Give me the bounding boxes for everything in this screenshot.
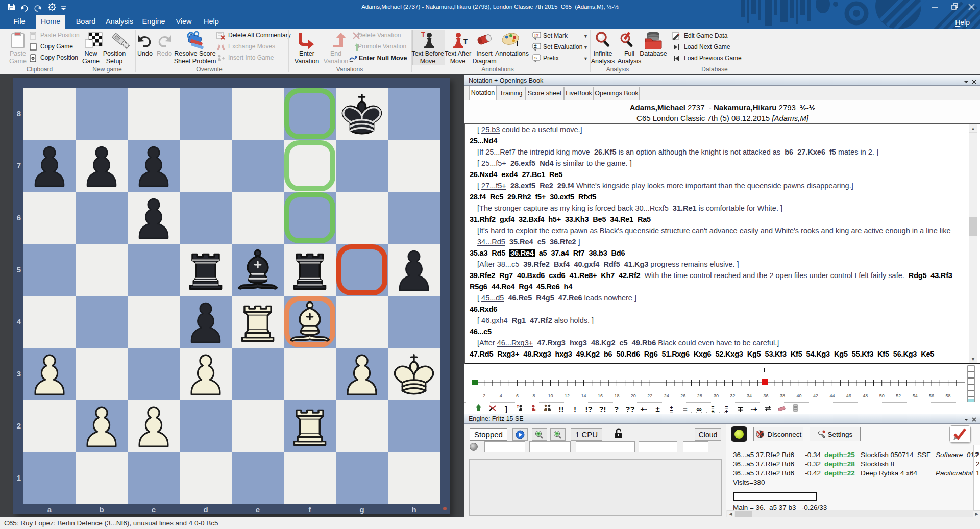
svg-text:46: 46 <box>846 393 851 398</box>
svg-text:!: ! <box>516 40 519 48</box>
svg-text:44: 44 <box>829 393 835 398</box>
svg-text:26: 26 <box>680 393 685 398</box>
svg-text:58: 58 <box>946 393 951 398</box>
svg-text:16: 16 <box>598 393 603 398</box>
svg-text:22: 22 <box>647 393 652 398</box>
svg-text:10: 10 <box>548 393 553 398</box>
svg-text:!?: !? <box>534 33 539 38</box>
svg-text:T: T <box>421 31 425 38</box>
svg-text:12: 12 <box>565 393 570 398</box>
svg-text:40: 40 <box>796 393 801 398</box>
svg-text:s: s <box>534 55 537 60</box>
svg-text:30: 30 <box>714 393 719 398</box>
svg-text:38: 38 <box>780 393 785 398</box>
svg-text:24: 24 <box>664 393 669 398</box>
svg-text:42: 42 <box>813 393 818 398</box>
svg-text:2: 2 <box>483 393 485 398</box>
svg-text:4: 4 <box>500 393 502 398</box>
svg-text:32: 32 <box>730 393 736 398</box>
svg-text:↓: ↓ <box>535 408 537 412</box>
svg-text:14: 14 <box>581 393 586 398</box>
svg-text:52: 52 <box>896 393 901 398</box>
svg-text:6: 6 <box>516 393 519 398</box>
svg-text:T: T <box>517 404 519 409</box>
svg-text:48: 48 <box>863 393 868 398</box>
svg-text:36: 36 <box>763 393 768 398</box>
svg-text:20: 20 <box>631 393 636 398</box>
svg-text:50: 50 <box>879 393 885 398</box>
svg-text:34: 34 <box>747 393 752 398</box>
svg-text:18: 18 <box>614 393 619 398</box>
svg-text:54: 54 <box>913 393 918 398</box>
svg-text:56: 56 <box>929 393 934 398</box>
svg-text:8: 8 <box>533 393 535 398</box>
svg-text:±: ± <box>534 43 537 49</box>
svg-text:T: T <box>463 38 468 45</box>
svg-text:28: 28 <box>697 393 702 398</box>
